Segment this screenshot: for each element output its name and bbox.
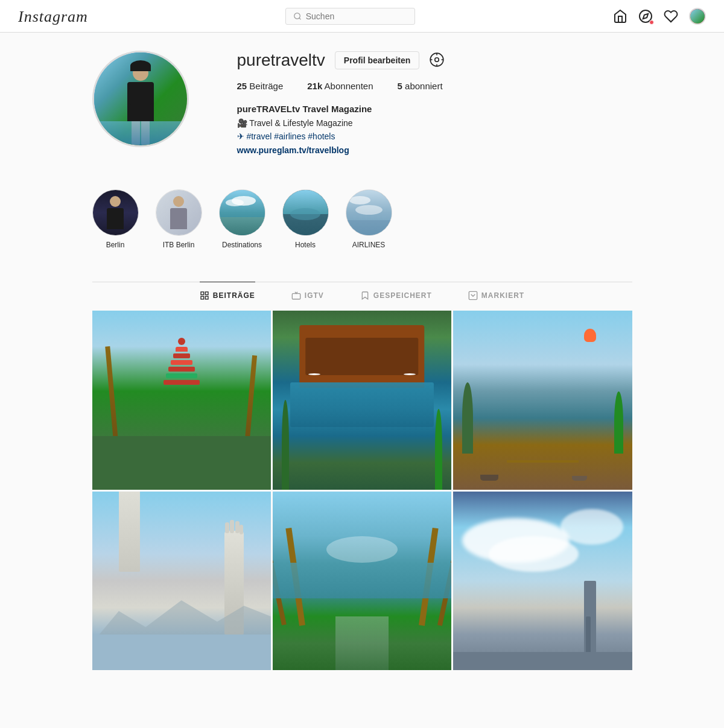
settings-icon[interactable] bbox=[429, 52, 445, 69]
stat-following[interactable]: 5 abonniert bbox=[398, 81, 443, 91]
bookmark-icon bbox=[360, 291, 370, 300]
home-icon[interactable] bbox=[613, 9, 627, 24]
navbar: Instagram bbox=[0, 0, 724, 33]
svg-rect-10 bbox=[205, 292, 208, 295]
svg-rect-9 bbox=[201, 292, 204, 295]
svg-rect-11 bbox=[201, 297, 204, 300]
tab-saved[interactable]: GESPEICHERT bbox=[360, 282, 432, 309]
search-input[interactable] bbox=[306, 11, 408, 21]
profile-bio: pureTRAVELtv Travel Magazine 🎥 Travel & … bbox=[237, 102, 632, 157]
main-content: puretraveltv Profil bearbeiten 25 Beiträ bbox=[80, 33, 644, 688]
profile-username-row: puretraveltv Profil bearbeiten bbox=[237, 51, 632, 70]
post-cell-6[interactable] bbox=[453, 492, 632, 670]
grid-icon bbox=[200, 291, 209, 300]
post-cell-3[interactable] bbox=[453, 311, 632, 489]
tab-posts[interactable]: BEITRÄGE bbox=[200, 282, 255, 309]
highlight-circle-airlines bbox=[346, 189, 392, 236]
stat-posts: 25 Beiträge bbox=[237, 81, 284, 91]
bio-tags[interactable]: ✈ #travel #airlines #hotels bbox=[237, 130, 632, 143]
highlight-hotels[interactable]: Hotels bbox=[282, 189, 329, 249]
stat-followers[interactable]: 21k Abonnenten bbox=[307, 81, 373, 91]
highlight-circle-hotels bbox=[282, 189, 329, 236]
instagram-logo: Instagram bbox=[18, 7, 88, 26]
tabs-bar: BEITRÄGE IGTV GESPEICHERT MARKIERT bbox=[92, 282, 632, 309]
bio-name: pureTRAVELtv Travel Magazine bbox=[237, 102, 632, 116]
highlight-circle-itb bbox=[156, 189, 202, 236]
post-cell-4[interactable] bbox=[92, 492, 271, 670]
compass-icon[interactable] bbox=[638, 9, 653, 24]
notification-dot bbox=[649, 20, 654, 25]
tag-icon bbox=[468, 291, 478, 300]
nav-icons bbox=[613, 8, 706, 25]
edit-profile-button[interactable]: Profil bearbeiten bbox=[335, 51, 419, 69]
bio-line1: 🎥 Travel & Lifestyle Magazine bbox=[237, 116, 632, 130]
profile-avatar-nav[interactable] bbox=[689, 8, 706, 25]
bio-link[interactable]: www.pureglam.tv/travelblog bbox=[237, 145, 349, 155]
search-icon bbox=[293, 11, 302, 21]
profile-avatar-wrap bbox=[92, 51, 189, 147]
highlight-circle-dest bbox=[219, 189, 265, 236]
highlight-label-airlines: AIRLINES bbox=[352, 241, 386, 249]
profile-username: puretraveltv bbox=[237, 51, 325, 70]
highlight-airlines[interactable]: AIRLINES bbox=[346, 189, 392, 249]
highlight-berlin[interactable]: Berlin bbox=[92, 189, 139, 249]
highlight-destinations[interactable]: Destinations bbox=[219, 189, 265, 249]
profile-avatar bbox=[92, 51, 189, 147]
svg-rect-13 bbox=[292, 294, 300, 299]
highlight-label-hotels: Hotels bbox=[295, 241, 316, 249]
highlight-label-berlin: Berlin bbox=[106, 241, 125, 249]
profile-stats: 25 Beiträge 21k Abonnenten 5 abonniert bbox=[237, 81, 632, 91]
tab-igtv[interactable]: IGTV bbox=[291, 282, 324, 309]
post-cell-1[interactable] bbox=[92, 311, 271, 489]
story-highlights: Berlin ITB Berlin bbox=[92, 183, 632, 255]
svg-rect-12 bbox=[205, 297, 208, 300]
post-cell-2[interactable] bbox=[273, 311, 451, 489]
search-bar[interactable] bbox=[285, 8, 415, 25]
svg-rect-14 bbox=[469, 292, 477, 300]
posts-grid bbox=[92, 311, 632, 670]
highlight-circle-berlin bbox=[92, 189, 139, 236]
tab-tagged[interactable]: MARKIERT bbox=[468, 282, 524, 309]
profile-info: puretraveltv Profil bearbeiten 25 Beiträ bbox=[237, 51, 632, 157]
svg-point-4 bbox=[435, 57, 439, 62]
highlight-label-dest: Destinations bbox=[222, 241, 262, 249]
profile-header: puretraveltv Profil bearbeiten 25 Beiträ bbox=[92, 51, 632, 157]
post-cell-5[interactable] bbox=[273, 492, 451, 670]
tv-icon bbox=[291, 291, 301, 300]
heart-icon[interactable] bbox=[664, 9, 678, 24]
svg-point-0 bbox=[294, 13, 300, 19]
highlight-itb[interactable]: ITB Berlin bbox=[156, 189, 202, 249]
highlight-label-itb: ITB Berlin bbox=[163, 241, 195, 249]
svg-marker-2 bbox=[643, 13, 648, 18]
